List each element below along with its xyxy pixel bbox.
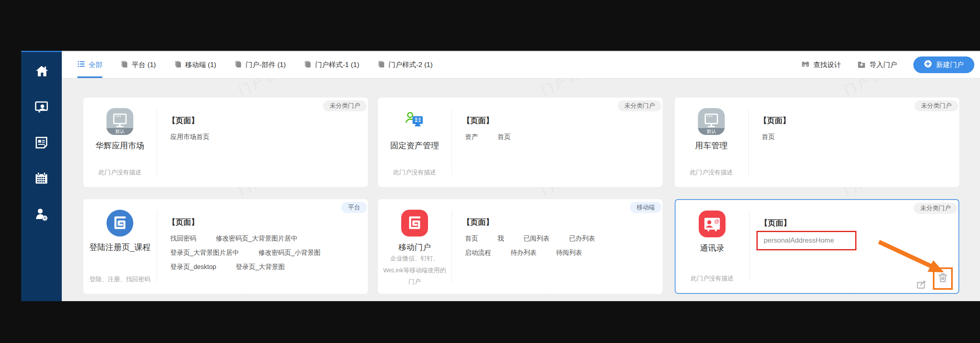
list-icon xyxy=(77,60,85,70)
tab-all[interactable]: 全部 xyxy=(77,52,102,78)
page-link[interactable]: 资产 xyxy=(465,133,478,141)
page-row: 首页 xyxy=(762,133,950,141)
pages-list: personalAddressHome xyxy=(763,235,949,246)
page-link[interactable]: 首页 xyxy=(498,133,511,141)
card-action-bar xyxy=(916,267,953,290)
pages-section-label: 【页面】 xyxy=(760,218,949,228)
category-badge: 移动端 xyxy=(630,202,661,213)
page-row: 应用市场首页 xyxy=(170,133,358,141)
portal-summary: 默认华辉应用市场此门户没有描述 xyxy=(83,98,156,187)
category-badge: 未分类门户 xyxy=(915,100,958,111)
default-flag: 默认 xyxy=(698,128,725,135)
plus-circle-icon xyxy=(924,60,932,70)
sidebar-item-monitor-user[interactable] xyxy=(34,100,49,115)
sidebar-item-calendar[interactable] xyxy=(34,172,49,187)
news-icon xyxy=(34,135,49,152)
main-panel: 全部平台 (1)移动端 (1)门户-部件 (1)门户样式-1 (1)门户样式-2… xyxy=(62,51,980,301)
pages-list: 资产首页 xyxy=(465,133,653,141)
pages-icon xyxy=(120,60,128,70)
portal-summary: 移动门户企业微信、钉钉、WeLink等移动端使用的门户 xyxy=(378,199,451,294)
binoculars-icon xyxy=(801,60,810,70)
pages-icon xyxy=(234,60,242,70)
page-link[interactable]: 启动流程 xyxy=(465,249,491,257)
tab-label: 门户-部件 (1) xyxy=(246,60,286,69)
portal-name: 固定资产管理 xyxy=(390,140,439,151)
page-link[interactable]: 首页 xyxy=(465,234,478,243)
import-portal-button[interactable]: 导入门户 xyxy=(857,60,897,70)
portal-card-用车管理[interactable]: 未分类门户默认用车管理此门户没有描述【页面】首页 xyxy=(675,98,959,187)
portal-name: 移动门户 xyxy=(398,242,431,253)
page-link[interactable]: 待办列表 xyxy=(511,249,537,257)
portal-spiral-red-icon xyxy=(401,210,428,237)
pages-list: 首页 xyxy=(762,133,950,141)
tab-label: 全部 xyxy=(89,60,102,69)
tab-category-1[interactable]: 平台 (1) xyxy=(120,52,156,78)
page-link[interactable]: 已办列表 xyxy=(569,234,595,243)
category-badge: 未分类门户 xyxy=(914,203,957,214)
portal-card-固定资产管理[interactable]: 未分类门户固定资产管理此门户没有描述【页面】资产首页 xyxy=(378,98,663,187)
page-row: 资产首页 xyxy=(465,133,653,141)
create-portal-label: 新建门户 xyxy=(936,60,964,69)
page-row: 找回密码修改密码页_大背景图片居中 xyxy=(170,234,358,243)
pages-section-label: 【页面】 xyxy=(463,217,653,228)
tab-category-4[interactable]: 门户样式-1 (1) xyxy=(304,52,359,78)
tab-category-2[interactable]: 移动端 (1) xyxy=(174,52,217,78)
portal-description: 此门户没有描述 xyxy=(99,167,141,178)
portal-description: 登陆、注册、找回密码 xyxy=(89,274,150,285)
pages-list: 首页我已阅列表已办列表启动流程待办列表待阅列表 xyxy=(465,234,653,257)
page-link[interactable]: 修改密码页_小背景图 xyxy=(259,249,321,257)
portal-name: 登陆注册页_课程 xyxy=(89,242,150,253)
create-portal-button[interactable]: 新建门户 xyxy=(913,56,974,73)
page-link[interactable]: 我 xyxy=(498,234,504,243)
page-row: 登录页_desktop登录页_大背景图 xyxy=(170,263,358,271)
portal-summary: @通讯录此门户没有描述 xyxy=(676,200,749,293)
background-watermark: 门户管理 xyxy=(841,78,898,99)
page-link[interactable]: 待阅列表 xyxy=(556,249,582,257)
tab-category-3[interactable]: 门户-部件 (1) xyxy=(234,52,286,78)
category-badge: 平台 xyxy=(341,202,367,213)
delete-button[interactable] xyxy=(937,272,948,283)
tab-label: 门户样式-2 (1) xyxy=(389,60,433,69)
portal-summary: 登陆注册页_课程登陆、注册、找回密码 xyxy=(83,199,156,294)
page-link[interactable]: 应用市场首页 xyxy=(170,133,209,141)
pages-section-label: 【页面】 xyxy=(463,115,653,126)
import-portal-label: 导入门户 xyxy=(869,60,897,69)
share-button[interactable] xyxy=(916,279,927,290)
page-link[interactable]: 登录页_desktop xyxy=(170,263,216,271)
monitor-user-icon xyxy=(34,100,49,116)
user-settings-icon xyxy=(34,207,49,223)
portal-card-移动门户[interactable]: 移动端移动门户企业微信、钉钉、WeLink等移动端使用的门户【页面】首页我已阅列… xyxy=(378,199,663,294)
portal-card-登陆注册页_课程[interactable]: 平台登陆注册页_课程登陆、注册、找回密码【页面】找回密码修改密码页_大背景图片居… xyxy=(83,199,368,294)
portal-description: 此门户没有描述 xyxy=(691,273,734,284)
portal-default-monitor-icon: 默认 xyxy=(698,108,725,135)
category-tab-bar: 全部平台 (1)移动端 (1)门户-部件 (1)门户样式-1 (1)门户样式-2… xyxy=(62,52,980,78)
category-badge: 未分类门户 xyxy=(323,100,367,111)
portal-pages: 【页面】首页我已阅列表已办列表启动流程待办列表待阅列表 xyxy=(452,199,663,294)
tab-category-5[interactable]: 门户样式-2 (1) xyxy=(377,52,433,78)
app-window: 全部平台 (1)移动端 (1)门户-部件 (1)门户样式-1 (1)门户样式-2… xyxy=(21,51,980,301)
portal-card-通讯录[interactable]: 未分类门户@通讯录此门户没有描述【页面】personalAddressHome xyxy=(675,199,959,294)
sidebar-item-home[interactable] xyxy=(34,64,49,80)
page-row: personalAddressHome xyxy=(763,235,949,246)
page-link[interactable]: personalAddressHome xyxy=(756,231,856,250)
page-link[interactable]: 登录页_大背景图 xyxy=(236,263,285,271)
page-link[interactable]: 已阅列表 xyxy=(524,234,550,243)
portal-name: 通讯录 xyxy=(700,243,724,254)
tab-label: 平台 (1) xyxy=(132,60,156,69)
tab-label: 移动端 (1) xyxy=(185,60,217,69)
page-link[interactable]: 找回密码 xyxy=(170,234,196,243)
page-row: 启动流程待办列表待阅列表 xyxy=(465,249,653,257)
pages-icon xyxy=(304,60,311,70)
sidebar xyxy=(21,51,62,301)
page-link[interactable]: 首页 xyxy=(762,133,775,141)
find-design-button[interactable]: 查找设计 xyxy=(801,60,841,70)
page-link[interactable]: 登录页_大背景图片居中 xyxy=(170,249,239,257)
sidebar-item-user-settings[interactable] xyxy=(34,207,49,223)
pages-icon xyxy=(377,60,385,70)
default-flag: 默认 xyxy=(106,128,133,135)
page-link[interactable]: 修改密码页_大背景图片居中 xyxy=(216,234,298,243)
portal-description: 此门户没有描述 xyxy=(393,167,436,178)
portal-card-华辉应用市场[interactable]: 未分类门户默认华辉应用市场此门户没有描述【页面】应用市场首页 xyxy=(83,98,368,187)
sidebar-item-news[interactable] xyxy=(34,136,49,151)
pages-list: 应用市场首页 xyxy=(170,133,358,141)
